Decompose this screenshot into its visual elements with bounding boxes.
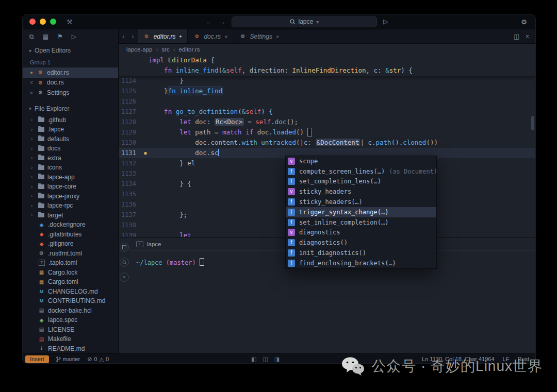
tab-Settings[interactable]: ⚙Settings×: [234, 29, 286, 43]
code-line[interactable]: 1126: [119, 96, 535, 107]
tab-editor.rs[interactable]: ⚙editor.rs●: [138, 29, 188, 43]
gutter-spacer: [142, 230, 149, 237]
code-line[interactable]: 1127 fn go_to_definition(&self) {: [119, 107, 535, 117]
plugin-icon[interactable]: ⚑: [57, 33, 63, 40]
tree-folder[interactable]: ›lapce-core: [23, 182, 118, 192]
code-line[interactable]: 1128 let doc: Rc<Doc> = self.doc();: [119, 117, 535, 127]
completion-label: set_inline_completion(…): [299, 219, 388, 226]
branch-indicator[interactable]: master: [56, 356, 80, 362]
tree-file[interactable]: ◆.gitattributes: [23, 230, 118, 240]
tree-folder[interactable]: ›lapce-app: [23, 173, 118, 182]
modified-dot[interactable]: ●: [29, 70, 34, 75]
toggle-secondary-sidebar-icon[interactable]: ◨: [274, 356, 280, 363]
toggle-sidebar-icon[interactable]: ◧: [251, 356, 256, 363]
breadcrumb-item[interactable]: editor.rs: [179, 46, 200, 53]
gutter-spacer: [142, 199, 149, 210]
close-icon[interactable]: ×: [276, 33, 279, 40]
code-line[interactable]: 1129 let path = match if doc.loaded() {: [119, 127, 535, 138]
open-editor-label: Settings: [47, 89, 69, 96]
maximize-window-button[interactable]: [50, 19, 56, 25]
close-editor-icon[interactable]: ×: [526, 33, 529, 40]
minimize-window-button[interactable]: [40, 19, 46, 25]
forward-icon[interactable]: →: [219, 18, 225, 26]
code-line[interactable]: 1130 doc.content.with_untracked(|c: &Doc…: [119, 138, 535, 148]
completion-item[interactable]: ftrigger_syntax_change(…): [286, 207, 436, 217]
tree-file[interactable]: MCHANGELOG.md: [23, 287, 118, 297]
tree-folder[interactable]: ›defaults: [23, 134, 118, 144]
mode-badge[interactable]: Insert: [25, 355, 49, 363]
tree-item-label: docs: [47, 145, 60, 152]
tree-file[interactable]: ▤docker-bake.hcl: [23, 306, 118, 316]
run-icon[interactable]: ▷: [383, 18, 388, 25]
completion-item[interactable]: fsticky_headers(…): [286, 197, 436, 207]
gutter-spacer: [142, 86, 149, 96]
toggle-panel-icon[interactable]: ◫: [263, 356, 268, 363]
completion-item[interactable]: fcompute_screen_lines(…)(as Document): [286, 166, 436, 177]
open-panel-icon[interactable]: [120, 243, 129, 252]
tree-file[interactable]: ▤Makefile: [23, 334, 118, 344]
tabs-back-icon[interactable]: ‹: [119, 32, 128, 40]
tree-file[interactable]: ◆lapce.spec: [23, 315, 118, 325]
tab-doc.rs[interactable]: ⚙doc.rs×: [188, 29, 234, 43]
completion-item[interactable]: fdiagnostics(): [286, 237, 436, 248]
tree-file[interactable]: ▤LICENSE: [23, 325, 118, 335]
tree-folder[interactable]: ›lapce-proxy: [23, 192, 118, 201]
tree-file[interactable]: ▦Cargo.toml: [23, 277, 118, 287]
tree-folder[interactable]: ›.lapce: [23, 125, 118, 134]
settings-gear-icon[interactable]: ⚙: [521, 18, 527, 26]
tree-file[interactable]: ◆.dockerignore: [23, 220, 118, 230]
tree-folder[interactable]: ›icons: [23, 163, 118, 173]
open-editor-item[interactable]: ×⚙Settings: [23, 88, 118, 98]
close-window-button[interactable]: [29, 19, 36, 25]
cargo-icon: ▦: [38, 269, 45, 275]
tree-folder[interactable]: ›.github: [23, 115, 118, 125]
tree-folder[interactable]: ›extra: [23, 154, 118, 163]
tree-item-label: .github: [47, 116, 66, 124]
tree-folder[interactable]: ›lapce-rpc: [23, 201, 118, 211]
chevron-right-icon: ›: [31, 165, 35, 171]
tabs-forward-icon[interactable]: ›: [128, 32, 137, 40]
code-line[interactable]: 1124 }: [119, 76, 535, 86]
completion-item[interactable]: fset_inline_completion(…): [286, 217, 436, 228]
tree-file[interactable]: ℹREADME.md: [23, 344, 118, 354]
close-icon[interactable]: ×: [29, 79, 34, 86]
grid-icon[interactable]: ▦: [43, 33, 48, 40]
open-editor-item[interactable]: ×⚙doc.rs: [23, 78, 118, 88]
close-panel-icon[interactable]: ×: [120, 272, 129, 282]
tools-icon[interactable]: ⚒: [67, 18, 73, 26]
tree-file[interactable]: ⚙.rustfmt.toml: [23, 249, 118, 259]
problems-indicator[interactable]: ⊘ 0 △ 0: [87, 356, 109, 363]
tree-file[interactable]: T.taplo.toml: [23, 258, 118, 268]
split-editor-icon[interactable]: ◫: [514, 33, 519, 40]
search-icon[interactable]: [120, 258, 129, 267]
breadcrumb-item[interactable]: lapce-app: [126, 46, 153, 53]
close-icon[interactable]: ×: [29, 90, 34, 96]
tree-folder[interactable]: ›target: [23, 211, 118, 220]
folder-icon: [38, 165, 44, 170]
line-number: 1129: [119, 127, 142, 138]
back-icon[interactable]: ←: [206, 18, 212, 26]
tree-file[interactable]: ▦Cargo.lock: [23, 268, 118, 278]
debug-icon[interactable]: ▷: [72, 33, 76, 40]
workspace-search[interactable]: lapce ▾: [232, 16, 377, 27]
completion-item[interactable]: fset_completion_lens(…): [286, 177, 436, 187]
completion-item[interactable]: vdiagnostics: [286, 228, 436, 238]
gutter-spacer: [142, 189, 149, 199]
completion-item[interactable]: finit_diagnostics(): [286, 248, 436, 258]
completion-item[interactable]: ffind_enclosing_brackets(…): [286, 258, 436, 268]
open-editors-header[interactable]: ▾ Open Editors: [23, 44, 118, 57]
tree-file[interactable]: MCONTRIBUTING.md: [23, 296, 118, 306]
files-icon[interactable]: ⧉: [29, 33, 34, 40]
tree-folder[interactable]: ›docs: [23, 144, 118, 154]
code-line[interactable]: 1125 }fn inline_find: [119, 86, 535, 96]
file-explorer-header[interactable]: ▾ File Explorer: [23, 102, 118, 115]
breadcrumb-item[interactable]: src: [161, 46, 169, 53]
open-editor-item[interactable]: ●⚙editor.rs: [23, 67, 118, 78]
scrollbar[interactable]: [531, 116, 534, 130]
completion-item[interactable]: vsticky_headers: [286, 186, 436, 197]
chevron-right-icon: ›: [31, 203, 35, 209]
breadcrumb-separator: ›: [156, 46, 158, 53]
close-icon[interactable]: ×: [224, 33, 227, 40]
tree-file[interactable]: ◆.gitignore: [23, 239, 118, 249]
completion-item[interactable]: vscope: [286, 156, 436, 166]
